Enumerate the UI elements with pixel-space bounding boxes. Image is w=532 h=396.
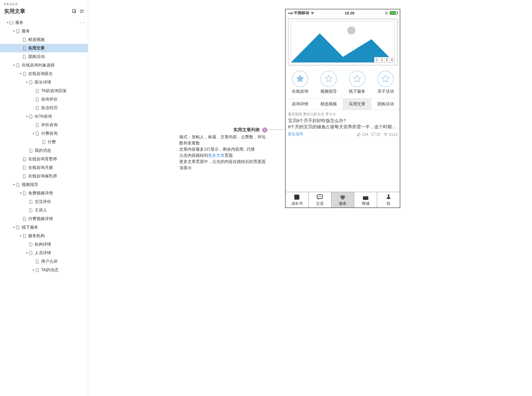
caret-icon[interactable] xyxy=(25,149,29,152)
caret-icon[interactable] xyxy=(32,106,35,110)
tree-item[interactable]: 在线咨询对象选择 xyxy=(0,61,88,69)
content-tab[interactable]: 精选视频 xyxy=(314,99,343,110)
content-tab[interactable]: 实用文章 xyxy=(343,99,371,110)
post-item[interactable]: 复旦医院 婴幼儿科主任 李小小 宝贝8个月不好好吃饭怎么办? 8个月的宝贝的辅食… xyxy=(286,110,400,139)
caret-icon[interactable] xyxy=(25,81,29,84)
caret-icon[interactable] xyxy=(19,217,22,221)
tree-item[interactable]: 我的消息 xyxy=(0,146,88,155)
svg-rect-2 xyxy=(372,133,375,135)
tree-item[interactable]: 人员详情 xyxy=(0,249,88,257)
pager-item[interactable]: 1 xyxy=(374,57,379,62)
tree-item[interactable]: 付费咨询 xyxy=(0,129,88,138)
caret-icon[interactable] xyxy=(25,115,29,118)
caret-icon[interactable] xyxy=(6,21,9,24)
caret-icon[interactable] xyxy=(19,46,22,50)
caret-icon[interactable] xyxy=(19,72,22,76)
tree-item[interactable]: 精选视频 xyxy=(0,35,88,44)
post-meta: 复旦医院 婴幼儿科主任 李小小 xyxy=(288,112,397,117)
like-stat[interactable]: 114 xyxy=(357,132,368,137)
page-icon xyxy=(16,63,20,67)
tree-item[interactable]: 机构详情 xyxy=(0,240,88,249)
caret-icon[interactable] xyxy=(38,140,42,144)
tree-item[interactable]: 视频指导 xyxy=(0,180,88,189)
caret-icon[interactable] xyxy=(19,234,22,238)
tree-item[interactable]: 服务机构 xyxy=(0,232,88,240)
tree-item[interactable]: TA的咨询回复 xyxy=(0,86,88,95)
annotation-badge: 1 xyxy=(262,127,267,133)
feature-button[interactable]: 亲子活动 xyxy=(377,71,394,94)
chevron-up-icon[interactable] xyxy=(79,21,82,24)
tree-item[interactable]: 在线咨询医生 xyxy=(0,69,88,78)
content-tab[interactable]: 咨询详情 xyxy=(286,99,314,110)
export-icon[interactable] xyxy=(71,9,77,14)
caret-icon[interactable] xyxy=(12,29,16,33)
caret-icon[interactable] xyxy=(25,243,29,246)
nav-label: 商城 xyxy=(362,201,369,206)
tree-item[interactable]: 主讲人 xyxy=(0,206,88,214)
tree-item[interactable]: 服务 xyxy=(0,27,88,35)
tree-item-label: 在线咨询对象选择 xyxy=(22,63,55,68)
tree-item[interactable]: 团购活动 xyxy=(0,52,88,61)
caret-icon[interactable] xyxy=(19,55,22,59)
feature-button[interactable]: 线下服务 xyxy=(349,71,365,94)
caret-icon[interactable] xyxy=(19,157,22,161)
caret-icon[interactable] xyxy=(32,268,35,272)
nav-item[interactable]: 服务 xyxy=(332,192,354,207)
caret-icon[interactable] xyxy=(25,209,29,212)
view-stat[interactable]: 1113 xyxy=(383,132,397,137)
page-icon xyxy=(22,191,26,195)
tree-item[interactable]: 免费视频详情 xyxy=(0,189,88,197)
content-tab[interactable]: 团购活动 xyxy=(371,99,400,110)
feature-button[interactable]: 在线咨询 xyxy=(292,71,308,94)
caret-icon[interactable] xyxy=(19,166,22,169)
page-icon xyxy=(16,183,20,187)
caret-icon[interactable] xyxy=(12,226,16,229)
nav-item[interactable]: 交流 xyxy=(309,192,332,207)
nav-item[interactable]: 我 xyxy=(377,192,400,207)
phone-content-spacer xyxy=(286,139,400,192)
tree-item[interactable]: 向TA咨询 xyxy=(0,112,88,121)
caret-icon[interactable] xyxy=(25,200,29,204)
tree-item[interactable]: 评价咨询 xyxy=(0,121,88,129)
annotation-link[interactable]: 更多文章 xyxy=(208,153,225,158)
tree-item[interactable]: 付费视频详情 xyxy=(0,214,88,223)
tree-item[interactable]: 医生详情 xyxy=(0,78,88,86)
chevron-down-icon[interactable] xyxy=(83,21,86,24)
hero-banner[interactable]: 1234 xyxy=(288,19,397,65)
feature-button[interactable]: 视频指导 xyxy=(320,71,337,94)
tree-item[interactable]: 在线咨询月嫂 xyxy=(0,163,88,172)
pager-item[interactable]: 3 xyxy=(384,57,389,62)
tree-item[interactable]: 用户点评 xyxy=(0,257,88,266)
tree-item[interactable]: 实用文章 xyxy=(0,44,88,52)
tree-item[interactable]: 执业经历 xyxy=(0,104,88,112)
caret-icon[interactable] xyxy=(12,183,16,187)
post-category[interactable]: 医生指导 xyxy=(288,132,303,137)
page-tree[interactable]: 服务服务精选视频实用文章团购活动在线咨询对象选择在线咨询医生医生详情TA的咨询回… xyxy=(0,17,88,396)
caret-icon[interactable] xyxy=(32,260,35,263)
feature-label: 线下服务 xyxy=(349,89,365,94)
tree-item[interactable]: 交流评价 xyxy=(0,197,88,206)
caret-icon[interactable] xyxy=(19,38,22,41)
tree-item[interactable]: TA的动态 xyxy=(0,266,88,274)
tree-item[interactable]: 付费 xyxy=(0,138,88,146)
caret-icon[interactable] xyxy=(25,251,29,255)
tree-item[interactable]: 在线咨询催乳师 xyxy=(0,172,88,180)
refresh-icon[interactable] xyxy=(79,9,84,14)
comment-stat[interactable]: 15 xyxy=(371,132,380,137)
tree-item[interactable]: 服务 xyxy=(0,18,88,27)
tree-item[interactable]: 在线咨询育婴师 xyxy=(0,155,88,163)
caret-icon[interactable] xyxy=(19,174,22,178)
tree-item[interactable]: 咨询评价 xyxy=(0,95,88,104)
pager-item[interactable]: 2 xyxy=(379,57,384,62)
caret-icon[interactable] xyxy=(12,64,16,67)
caret-icon[interactable] xyxy=(32,123,35,127)
caret-icon[interactable] xyxy=(32,89,35,93)
pager-item[interactable]: 4 xyxy=(389,57,394,62)
caret-icon[interactable] xyxy=(19,192,22,195)
caret-icon[interactable] xyxy=(32,98,35,101)
nav-item[interactable]: 商城 xyxy=(354,192,377,207)
nav-item[interactable]: 成长书 xyxy=(286,192,309,207)
tree-item[interactable]: 线下服务 xyxy=(0,223,88,232)
tree-item-label: 线下服务 xyxy=(22,225,38,230)
caret-icon[interactable] xyxy=(32,132,35,135)
